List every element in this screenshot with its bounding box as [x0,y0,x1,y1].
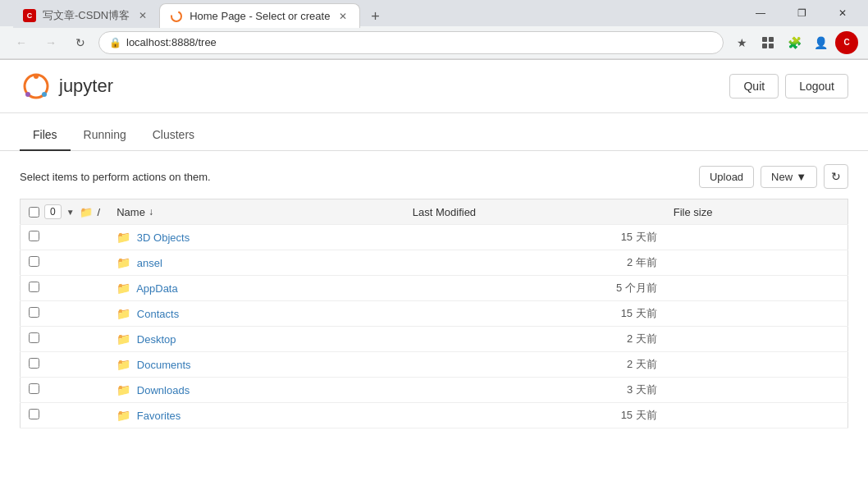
nav-tabs: Files Running Clusters [0,120,868,151]
url-bar[interactable]: 🔒 localhost:8888/tree [98,31,724,54]
table-row: 📁 Contacts 15 天前 [21,301,848,327]
row-checkbox-6[interactable] [29,383,39,394]
row-checkbox-0[interactable] [29,231,39,241]
th-modified[interactable]: Last Modified [404,199,665,225]
breadcrumb-slash: / [98,206,101,218]
count-dropdown-arrow[interactable]: ▼ [66,208,75,217]
file-link[interactable]: 3D Objects [137,231,190,244]
table-row: 📁 Documents 2 天前 [21,352,848,378]
tab-jupyter-close[interactable]: ✕ [336,10,349,23]
row-size [665,327,848,352]
row-size [665,403,848,428]
svg-rect-1 [762,37,767,42]
tab-csdn-close[interactable]: ✕ [136,9,149,22]
maximize-button[interactable]: ❐ [783,0,820,26]
folder-icon: 📁 [116,383,130,396]
tab-running[interactable]: Running [71,120,139,151]
row-modified: 2 年前 [404,250,665,276]
file-link[interactable]: AppData [136,282,178,295]
table-row: 📁 Desktop 2 天前 [21,327,848,352]
row-checkbox-7[interactable] [29,409,39,419]
extension-icon1[interactable] [756,31,779,54]
toolbar-actions: Upload New ▼ ↻ [699,164,848,189]
refresh-button[interactable]: ↻ [824,164,848,189]
back-button[interactable]: ← [10,31,33,54]
svg-point-6 [34,74,39,79]
new-tab-button[interactable]: + [363,5,386,28]
table-row: 📁 Downloads 3 天前 [21,378,848,403]
toolbar-message: Select items to perform actions on them. [20,171,211,183]
row-checkbox-cell [21,276,109,301]
row-checkbox-cell [21,225,109,250]
tab-csdn[interactable]: C 写文章-CSDN博客 ✕ [13,3,159,28]
tab-jupyter[interactable]: Home Page - Select or create ✕ [159,3,360,28]
row-modified: 2 天前 [404,352,665,378]
extensions-button[interactable]: 🧩 [783,31,806,54]
row-checkbox-cell [21,352,109,378]
select-all-checkbox[interactable] [29,207,39,218]
tab-clusters[interactable]: Clusters [139,120,208,151]
folder-icon: 📁 [116,307,130,320]
row-name-cell: 📁 Favorites [108,403,404,428]
row-size [665,250,848,276]
row-size [665,225,848,250]
page-content: jupyter Quit Logout Files Running Cluste… [0,60,868,442]
minimize-button[interactable]: — [742,0,779,26]
file-link[interactable]: Favorites [137,410,180,422]
selected-count: 0 [44,204,62,219]
row-name-cell: 📁 AppData [108,276,404,301]
address-bar: ← → ↻ 🔒 localhost:8888/tree ★ 🧩 👤 C [0,26,868,59]
forward-button[interactable]: → [39,31,62,54]
file-link[interactable]: Contacts [137,308,179,320]
tabs-container: C 写文章-CSDN博客 ✕ Home Page - Select or cre… [7,0,393,28]
row-size [665,378,848,403]
row-checkbox-cell [21,327,109,352]
folder-icon: 📁 [116,332,130,346]
table-row: 📁 Favorites 15 天前 [21,403,848,428]
logout-button[interactable]: Logout [785,74,848,99]
jupyter-logo-text: jupyter [59,76,113,97]
row-checkbox-5[interactable] [29,358,39,369]
browser-chrome: C 写文章-CSDN博客 ✕ Home Page - Select or cre… [0,0,868,60]
header-buttons: Quit Logout [729,74,848,99]
folder-icon: 📁 [116,358,130,371]
window-controls: — ❐ ✕ [742,0,861,26]
th-size[interactable]: File size [665,199,848,225]
quit-button[interactable]: Quit [729,74,779,99]
file-link[interactable]: Documents [137,359,191,371]
th-name[interactable]: Name ↓ [108,199,404,225]
svg-point-7 [25,92,30,97]
row-size [665,276,848,301]
table-header: 0 ▼ 📁 / Name ↓ Last Modified File siz [21,199,848,225]
row-modified: 15 天前 [404,403,665,428]
row-modified: 5 个月前 [404,276,665,301]
row-modified: 2 天前 [404,327,665,352]
file-link[interactable]: ansel [137,257,162,269]
row-checkbox-2[interactable] [29,282,39,292]
file-table: 0 ▼ 📁 / Name ↓ Last Modified File siz [20,199,848,428]
jupyter-header: jupyter Quit Logout [0,60,868,113]
tab-files[interactable]: Files [20,120,71,151]
bookmark-icon[interactable]: ★ [730,31,753,54]
row-checkbox-1[interactable] [29,256,39,267]
row-modified: 15 天前 [404,301,665,327]
new-button[interactable]: New ▼ [761,166,817,188]
close-button[interactable]: ✕ [824,0,861,26]
reload-button[interactable]: ↻ [69,31,92,54]
row-checkbox-cell [21,378,109,403]
table-header-row: 0 ▼ 📁 / Name ↓ Last Modified File siz [21,199,848,225]
upload-button[interactable]: Upload [699,166,754,188]
row-name-cell: 📁 3D Objects [108,225,404,250]
row-checkbox-3[interactable] [29,307,39,318]
svg-rect-3 [762,44,767,48]
file-link[interactable]: Desktop [137,333,176,346]
row-name-cell: 📁 Downloads [108,378,404,403]
profile-icon[interactable]: 👤 [809,31,832,54]
url-text: localhost:8888/tree [126,36,217,48]
csdn-ext-icon[interactable]: C [835,31,858,54]
row-name-cell: 📁 ansel [108,250,404,276]
file-link[interactable]: Downloads [137,384,190,396]
th-name-label: Name [116,206,145,218]
row-size [665,352,848,378]
row-checkbox-4[interactable] [29,332,39,343]
